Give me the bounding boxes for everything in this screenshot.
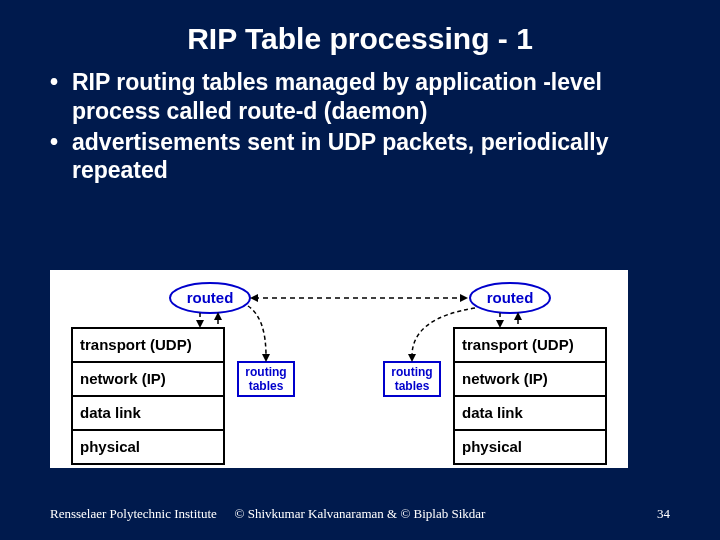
bullet-text: RIP routing tables managed by applicatio… (72, 68, 670, 126)
layer-label: data link (80, 404, 142, 421)
routed-node-right: routed (470, 283, 550, 313)
slide: RIP Table processing - 1 • RIP routing t… (0, 0, 720, 540)
layer-label: network (IP) (462, 370, 548, 387)
bullet-marker: • (50, 128, 72, 186)
footer-left: Rensselaer Polytechnic Institute (50, 506, 217, 522)
svg-marker-17 (496, 320, 504, 328)
routing-tables-right: routing tables (384, 362, 440, 396)
layer-label: network (IP) (80, 370, 166, 387)
routing-tables-left: routing tables (238, 362, 294, 396)
footer-center: © Shivkumar Kalvanaraman & © Biplab Sikd… (235, 506, 486, 522)
svg-marker-13 (196, 320, 204, 328)
left-stack: transport (UDP) network (IP) data link p… (72, 328, 224, 464)
routed-label: routed (487, 289, 534, 306)
layer-label: data link (462, 404, 524, 421)
right-stack: transport (UDP) network (IP) data link p… (454, 328, 606, 464)
diagram: transport (UDP) network (IP) data link p… (50, 270, 628, 468)
tables-label: routing (391, 365, 432, 379)
svg-marker-24 (460, 294, 468, 302)
bullet-text: advertisements sent in UDP packets, peri… (72, 128, 670, 186)
bullet-item: • RIP routing tables managed by applicat… (50, 68, 670, 126)
svg-marker-21 (408, 354, 416, 362)
slide-title: RIP Table processing - 1 (0, 0, 720, 68)
footer: Rensselaer Polytechnic Institute © Shivk… (0, 506, 720, 522)
tables-label: tables (249, 379, 284, 393)
layer-label: physical (462, 438, 522, 455)
routed-label: routed (187, 289, 234, 306)
bullet-item: • advertisements sent in UDP packets, pe… (50, 128, 670, 186)
bullet-list: • RIP routing tables managed by applicat… (0, 68, 720, 185)
layer-label: transport (UDP) (462, 336, 574, 353)
svg-marker-20 (262, 354, 270, 362)
layer-label: physical (80, 438, 140, 455)
footer-right: 34 (657, 506, 670, 522)
tables-label: tables (395, 379, 430, 393)
routed-node-left: routed (170, 283, 250, 313)
tables-label: routing (245, 365, 286, 379)
svg-marker-23 (250, 294, 258, 302)
layer-label: transport (UDP) (80, 336, 192, 353)
bullet-marker: • (50, 68, 72, 126)
